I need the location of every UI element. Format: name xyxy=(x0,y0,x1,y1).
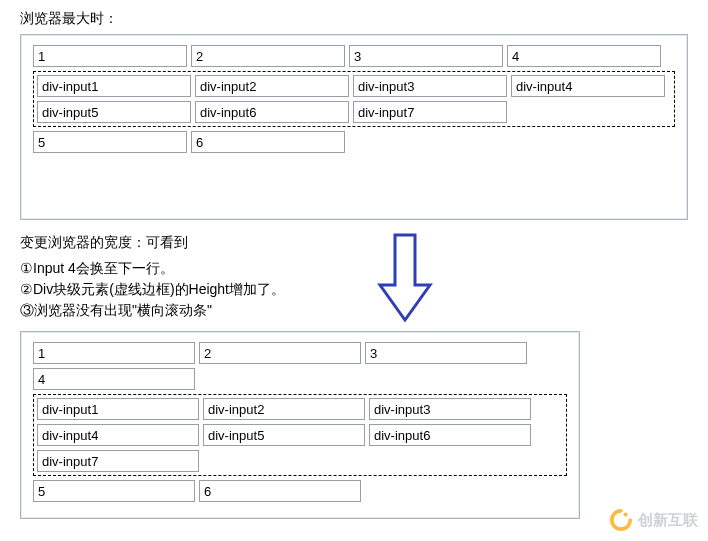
input-cell[interactable]: 2 xyxy=(191,45,345,67)
title-resize-browser: 变更浏览器的宽度：可看到 xyxy=(20,234,688,252)
input-cell[interactable]: 3 xyxy=(349,45,503,67)
input-cell[interactable]: 1 xyxy=(33,45,187,67)
narrow-row-1: 1 2 3 xyxy=(33,342,567,364)
wide-row-1: 1 2 3 4 xyxy=(33,45,675,67)
input-cell[interactable]: div-input4 xyxy=(37,424,199,446)
input-cell[interactable]: 5 xyxy=(33,131,187,153)
input-cell[interactable]: 1 xyxy=(33,342,195,364)
input-cell[interactable]: div-input3 xyxy=(353,75,507,97)
watermark-logo-icon xyxy=(610,509,632,531)
input-cell[interactable]: 5 xyxy=(33,480,195,502)
input-cell[interactable]: div-input5 xyxy=(37,101,191,123)
input-cell[interactable]: div-input2 xyxy=(203,398,365,420)
input-cell[interactable]: 3 xyxy=(365,342,527,364)
input-cell[interactable]: 2 xyxy=(199,342,361,364)
wide-div-row-1: div-input1 div-input2 div-input3 div-inp… xyxy=(37,75,671,97)
input-cell[interactable]: div-input4 xyxy=(511,75,665,97)
input-cell[interactable]: div-input5 xyxy=(203,424,365,446)
note-2: ②Div块级元素(虚线边框)的Height增加了。 xyxy=(20,279,688,300)
input-cell[interactable]: 4 xyxy=(33,368,195,390)
input-cell[interactable]: div-input7 xyxy=(37,450,199,472)
narrow-row-3: 5 6 xyxy=(33,480,567,502)
input-cell[interactable]: div-input1 xyxy=(37,398,199,420)
input-cell[interactable]: div-input3 xyxy=(369,398,531,420)
wide-div-wrap: div-input1 div-input2 div-input3 div-inp… xyxy=(33,71,675,127)
note-1: ①Input 4会换至下一行。 xyxy=(20,258,688,279)
title-max-browser: 浏览器最大时： xyxy=(20,10,688,28)
narrow-div-row-1: div-input1 div-input2 div-input3 xyxy=(37,398,563,420)
narrow-row-1b: 4 xyxy=(33,368,567,390)
input-cell[interactable]: 6 xyxy=(191,131,345,153)
input-cell[interactable]: 4 xyxy=(507,45,661,67)
input-cell[interactable]: div-input7 xyxy=(353,101,507,123)
wide-row-3: 5 6 xyxy=(33,131,675,153)
svg-point-0 xyxy=(623,512,627,516)
note-3: ③浏览器没有出现"横向滚动条" xyxy=(20,300,688,321)
narrow-div-row-3: div-input7 xyxy=(37,450,563,472)
input-cell[interactable]: div-input1 xyxy=(37,75,191,97)
narrow-div-wrap: div-input1 div-input2 div-input3 div-inp… xyxy=(33,394,567,476)
input-cell[interactable]: div-input6 xyxy=(195,101,349,123)
input-cell[interactable]: div-input2 xyxy=(195,75,349,97)
wide-div-row-2: div-input5 div-input6 div-input7 xyxy=(37,101,671,123)
narrow-div-row-2: div-input4 div-input5 div-input6 xyxy=(37,424,563,446)
panel-narrow: 1 2 3 4 div-input1 div-input2 div-input3… xyxy=(20,331,580,519)
watermark-text: 创新互联 xyxy=(638,511,698,530)
input-cell[interactable]: 6 xyxy=(199,480,361,502)
watermark: 创新互联 xyxy=(610,509,698,531)
panel-wide: 1 2 3 4 div-input1 div-input2 div-input3… xyxy=(20,34,688,220)
input-cell[interactable]: div-input6 xyxy=(369,424,531,446)
